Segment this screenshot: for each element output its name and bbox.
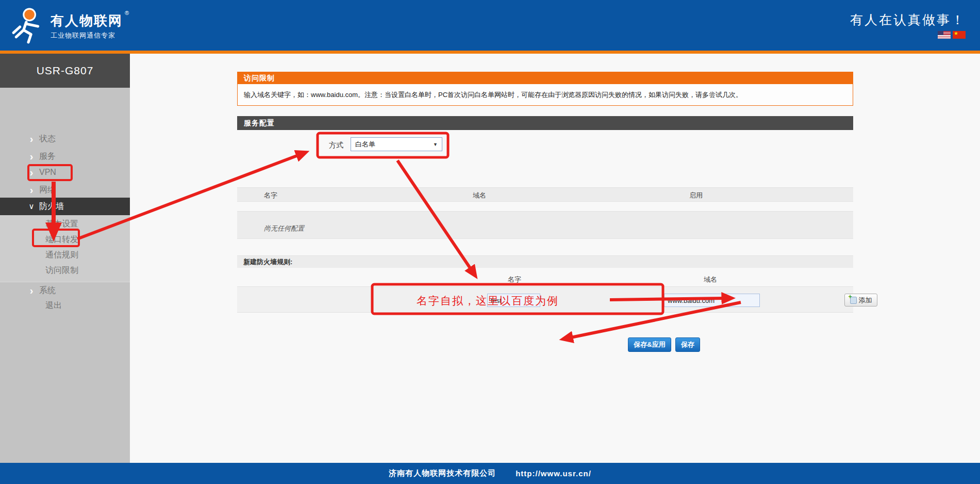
sidebar-subitem-basic-settings[interactable]: 基本设置 xyxy=(0,216,130,232)
brand-logo: 有人物联网® 工业物联网通信专家 xyxy=(9,7,128,44)
sidebar-subitem-access-restrict[interactable]: 访问限制 xyxy=(0,263,130,278)
star-icon: ★ xyxy=(954,29,958,37)
chevron-right-icon: › xyxy=(25,168,38,176)
sidebar: USR-G807 ›状态 ›服务 ›VPN ›网络 ∨防火墙 基本设置 端口转发… xyxy=(0,54,130,463)
mode-selected-value: 白名单 xyxy=(355,140,375,149)
sidebar-item-network[interactable]: ›网络 xyxy=(0,181,130,199)
access-restriction-title: 访问限制 xyxy=(237,72,853,84)
footer-url[interactable]: http://www.usr.cn/ xyxy=(516,469,591,478)
brand-name: 有人物联网 xyxy=(51,12,123,28)
sidebar-item-firewall[interactable]: ∨防火墙 xyxy=(0,198,130,215)
dropdown-arrow-icon: ▼ xyxy=(433,142,438,147)
add-button[interactable]: + 添加 xyxy=(844,294,877,306)
sidebar-item-status[interactable]: ›状态 xyxy=(0,130,130,148)
chevron-right-icon: › xyxy=(25,135,38,143)
header-slogan: 有人在认真做事！ xyxy=(850,12,966,27)
sidebar-item-services[interactable]: ›服务 xyxy=(0,148,130,165)
column-enable: 启用 xyxy=(689,191,703,200)
sidebar-divider xyxy=(0,282,130,282)
device-title: USR-G807 xyxy=(0,54,130,88)
cn-flag-icon[interactable]: ★ xyxy=(953,31,966,39)
sidebar-subitem-traffic-rules[interactable]: 通信规则 xyxy=(0,247,130,263)
registered-mark: ® xyxy=(125,10,130,16)
new-rule-column-name: 名字 xyxy=(508,275,521,284)
rules-table-header: 名字 域名 启用 xyxy=(237,187,853,202)
add-button-label: 添加 xyxy=(859,296,872,305)
rules-table-empty-row: 尚无任何配置 xyxy=(237,211,853,239)
new-rule-header: 名字 域名 xyxy=(237,271,853,286)
column-name: 名字 xyxy=(264,191,277,200)
chevron-right-icon: › xyxy=(25,186,38,194)
sidebar-item-logout[interactable]: 退出 xyxy=(0,298,130,313)
column-domain: 域名 xyxy=(473,191,486,200)
chevron-right-icon: › xyxy=(25,152,38,160)
add-document-icon: + xyxy=(850,297,857,304)
footer: 济南有人物联网技术有限公司 http://www.usr.cn/ xyxy=(0,463,980,484)
new-rule-title: 新建防火墙规则: xyxy=(237,255,853,268)
sidebar-subitem-port-forward[interactable]: 端口转发 xyxy=(0,232,130,247)
person-figure-icon xyxy=(9,7,46,44)
rule-name-input[interactable] xyxy=(487,294,540,307)
service-config-title: 服务配置 xyxy=(237,116,853,130)
us-flag-icon[interactable] xyxy=(938,31,951,39)
access-restriction-description: 输入域名关键字，如：www.baidu.com。注意：当设置白名单时，PC首次访… xyxy=(237,84,853,106)
top-header: 有人物联网® 工业物联网通信专家 有人在认真做事！ ★ xyxy=(0,0,980,51)
chevron-right-icon: › xyxy=(25,286,38,295)
save-button[interactable]: 保存 xyxy=(675,337,700,352)
main-content: 访问限制 输入域名关键字，如：www.baidu.com。注意：当设置白名单时，… xyxy=(130,54,980,463)
mode-row: 方式 白名单 ▼ xyxy=(237,134,853,158)
footer-company: 济南有人物联网技术有限公司 xyxy=(389,469,496,478)
action-buttons: 保存&应用 保存 xyxy=(237,337,853,353)
chevron-down-icon: ∨ xyxy=(25,202,38,211)
page: 有人物联网® 工业物联网通信专家 有人在认真做事！ ★ USR-G807 ›状态… xyxy=(0,0,980,484)
save-apply-button[interactable]: 保存&应用 xyxy=(628,337,671,352)
sidebar-item-system[interactable]: ›系统 xyxy=(0,283,130,298)
new-rule-row: + 添加 xyxy=(237,286,853,313)
brand-tagline: 工业物联网通信专家 xyxy=(51,31,128,40)
rule-domain-input[interactable] xyxy=(664,294,760,307)
mode-label: 方式 xyxy=(329,141,343,150)
new-rule-column-domain: 域名 xyxy=(704,275,717,284)
sidebar-item-vpn[interactable]: ›VPN xyxy=(0,164,130,181)
mode-select[interactable]: 白名单 ▼ xyxy=(351,137,442,151)
